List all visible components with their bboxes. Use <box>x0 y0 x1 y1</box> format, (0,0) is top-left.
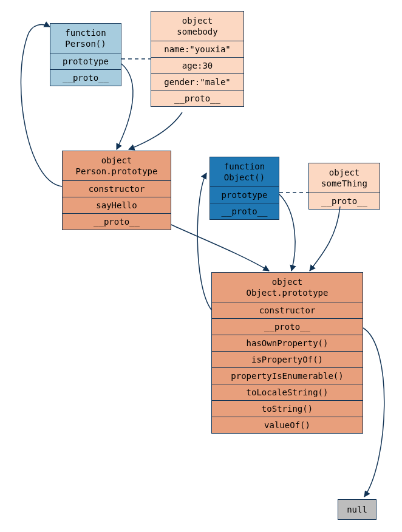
box-row: gender:"male" <box>151 74 244 90</box>
box-row: age:30 <box>151 58 244 74</box>
box-row: __proto__ <box>212 319 363 335</box>
box-somebody: object somebody name:"youxia" age:30 gen… <box>151 11 244 107</box>
box-row: prototype <box>210 187 279 203</box>
box-row: __proto__ <box>309 193 380 209</box>
box-row: valueOf() <box>212 417 363 433</box>
box-something: object someThing __proto__ <box>308 163 380 210</box>
box-row: __proto__ <box>50 70 121 86</box>
box-row: __proto__ <box>151 90 244 106</box>
box-null: null <box>338 499 376 520</box>
box-row: constructor <box>63 181 171 197</box>
box-row: toString() <box>212 401 363 417</box>
box-label: null <box>338 500 376 519</box>
box-person-prototype: object Person.prototype constructor sayH… <box>62 151 171 230</box>
box-object-function: function Object() prototype __proto__ <box>210 157 279 220</box>
box-row: sayHello <box>63 197 171 214</box>
edge-something-proto-to-objectproto <box>310 206 340 271</box>
box-row: hasOwnProperty() <box>212 335 363 352</box>
box-row: propertyIsEnumerable() <box>212 368 363 384</box>
box-header: function Person() <box>50 24 121 53</box>
box-row: toLocaleString() <box>212 384 363 401</box>
box-header: object Object.prototype <box>212 273 363 302</box>
edge-objectproto-proto-to-null <box>363 328 384 497</box>
box-header: function Object() <box>210 157 279 187</box>
edge-personproto-proto-to-objectproto <box>171 225 269 271</box>
box-row: isPropertyOf() <box>212 352 363 368</box>
box-header: object someThing <box>309 163 380 193</box>
box-row: __proto__ <box>63 214 171 230</box>
edge-objectfn-proto-to-objectproto <box>279 194 295 271</box>
box-row: name:"youxia" <box>151 41 244 58</box>
box-header: object Person.prototype <box>63 151 171 181</box>
box-header: object somebody <box>151 12 244 41</box>
edge-somebody-proto-to-personproto <box>129 112 182 149</box>
box-person-function: function Person() prototype __proto__ <box>50 23 121 86</box>
box-row: prototype <box>50 53 121 70</box>
box-object-prototype: object Object.prototype constructor __pr… <box>211 272 363 434</box>
box-row: __proto__ <box>210 203 279 219</box>
box-row: constructor <box>212 302 363 319</box>
